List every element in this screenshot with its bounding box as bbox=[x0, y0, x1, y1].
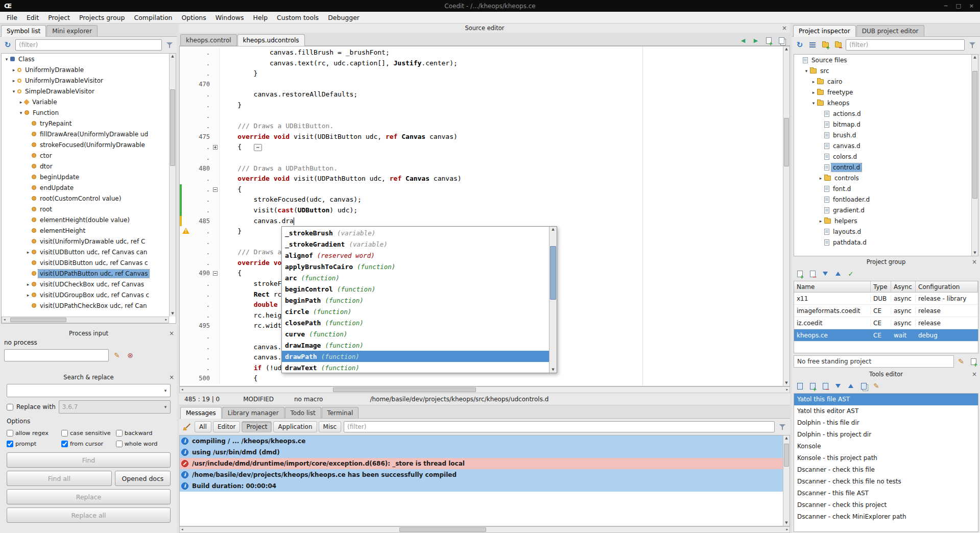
scroll-up-icon[interactable]: ▲ bbox=[171, 55, 174, 58]
gutter[interactable]: . bbox=[180, 237, 220, 248]
code-line[interactable]: 480 /// Draws a UDPathButton. bbox=[180, 163, 783, 174]
remove-tool-icon[interactable] bbox=[820, 381, 830, 391]
gutter[interactable]: . bbox=[180, 342, 220, 353]
code-line[interactable]: . } bbox=[180, 100, 783, 111]
scroll-thumb[interactable] bbox=[399, 527, 486, 532]
search-dropdown-icon[interactable]: ▾ bbox=[161, 388, 170, 393]
project-file-item[interactable]: control.d bbox=[794, 162, 971, 173]
filter-editor-button[interactable]: Editor bbox=[213, 421, 241, 432]
new-document-icon[interactable] bbox=[763, 35, 774, 45]
completion-scrollbar[interactable]: ▲ ▼ bbox=[549, 227, 557, 373]
filter-misc-button[interactable]: Misc bbox=[319, 421, 342, 432]
menu-project[interactable]: Project bbox=[43, 13, 75, 22]
symbol-tree-vscrollbar[interactable]: ▲ ▼ bbox=[169, 54, 176, 317]
symbol-tree-item[interactable]: tryRepaint bbox=[2, 118, 169, 129]
gutter[interactable]: . bbox=[180, 310, 220, 321]
message-row[interactable]: compiling / ... /kheops/kheops.ce bbox=[180, 435, 783, 447]
message-row[interactable]: using /usr/bin/dmd (dmd) bbox=[180, 447, 783, 458]
symbol-tree-item[interactable]: endUpdate bbox=[2, 182, 169, 193]
close-process-input-button[interactable]: × bbox=[169, 329, 174, 338]
project-file-item[interactable]: colors.d bbox=[794, 151, 971, 162]
move-project-up-icon[interactable] bbox=[833, 269, 843, 279]
replace-all-button[interactable]: Replace all bbox=[7, 507, 171, 523]
search-term-input[interactable] bbox=[7, 387, 161, 394]
kill-process-icon[interactable]: ⊗ bbox=[125, 350, 135, 360]
expander-icon[interactable]: ▸ bbox=[25, 250, 31, 255]
minimize-button[interactable]: ─ bbox=[944, 0, 948, 12]
expander-icon[interactable]: ▸ bbox=[11, 78, 17, 83]
project-file-item[interactable]: ▸freetype bbox=[794, 87, 971, 98]
edit-free-project-icon[interactable]: ✎ bbox=[956, 356, 966, 367]
symbol-funnel-icon[interactable] bbox=[164, 40, 175, 50]
new-tool-icon[interactable] bbox=[795, 381, 805, 391]
project-file-item[interactable]: actions.d bbox=[794, 108, 971, 119]
tool-item[interactable]: Dscanner - check MiniExplorer path bbox=[794, 511, 978, 523]
symbol-tree-item[interactable]: ▸Variable bbox=[2, 96, 169, 107]
editor-vscrollbar[interactable]: ▲ ▼ bbox=[783, 46, 790, 386]
gutter[interactable]: . bbox=[180, 142, 220, 153]
close-source-editor-button[interactable]: × bbox=[782, 23, 787, 33]
tree-view-icon[interactable] bbox=[807, 40, 818, 50]
scroll-right-icon[interactable]: ▸ bbox=[786, 528, 788, 531]
symbol-tree-item[interactable]: visit(UniformlyDrawable udc, ref C bbox=[2, 236, 169, 247]
tool-item[interactable]: Dscanner - check this file no tests bbox=[794, 476, 978, 488]
tool-item[interactable]: Dolphin - this file dir bbox=[794, 417, 978, 429]
remove-folder-icon[interactable] bbox=[833, 40, 843, 50]
code-editor[interactable]: . canvas.fillBrush = _brushFont;. canvas… bbox=[179, 46, 790, 386]
option-prompt[interactable]: prompt bbox=[7, 439, 61, 449]
tool-item[interactable]: Dscanner - check this file bbox=[794, 464, 978, 476]
expander-icon[interactable]: ▸ bbox=[818, 219, 824, 224]
symbol-tree-item[interactable]: ▾Class bbox=[2, 54, 169, 64]
message-row[interactable]: Build duration: 00:00:04 bbox=[180, 480, 783, 492]
project-file-item[interactable]: Source files bbox=[794, 55, 971, 65]
completion-item[interactable]: alignof(reserved word) bbox=[282, 250, 549, 261]
scroll-thumb[interactable] bbox=[784, 118, 789, 166]
project-row[interactable]: kheops.ceCEwaitdebug bbox=[794, 329, 978, 342]
symbol-filter-input[interactable] bbox=[15, 39, 162, 51]
option-allow-regex[interactable]: allow regex bbox=[7, 428, 61, 439]
scroll-thumb[interactable] bbox=[972, 71, 977, 199]
scroll-up-icon[interactable]: ▲ bbox=[785, 437, 787, 440]
remove-project-icon[interactable] bbox=[807, 269, 818, 279]
code-line[interactable]: 475 override void visit(UDBitButton udc,… bbox=[180, 132, 783, 142]
gutter[interactable]: . bbox=[180, 100, 220, 111]
symbol-tree-item[interactable]: visit(UDPathButton udc, ref Canvas bbox=[2, 268, 169, 279]
scroll-thumb[interactable] bbox=[10, 318, 66, 322]
editor-tab-kheops-control[interactable]: kheops.control bbox=[180, 34, 237, 45]
refresh-symbols-icon[interactable]: ↻ bbox=[3, 40, 13, 50]
code-line[interactable]: 485 canvas.dra bbox=[180, 216, 783, 227]
process-input-field[interactable] bbox=[4, 349, 109, 361]
gutter[interactable]: . bbox=[180, 352, 220, 363]
gutter[interactable]: . bbox=[180, 47, 220, 58]
symbol-tree-item[interactable]: elementHeight(double value) bbox=[2, 214, 169, 225]
gutter[interactable]: . bbox=[180, 205, 220, 216]
tool-item[interactable]: Dscanner - check this project bbox=[794, 499, 978, 511]
opened-docs-button[interactable]: Opened docs bbox=[115, 471, 171, 486]
close-search-button[interactable]: × bbox=[169, 373, 174, 382]
code-line[interactable]: . { bbox=[180, 184, 783, 195]
project-file-item[interactable]: layouts.d bbox=[794, 226, 971, 237]
project-file-item[interactable]: canvas.d bbox=[794, 140, 971, 151]
scroll-down-icon[interactable]: ▼ bbox=[785, 521, 787, 525]
expander-icon[interactable]: ▸ bbox=[818, 176, 824, 181]
messages-funnel-icon[interactable] bbox=[777, 422, 787, 432]
column-header-async[interactable]: Async bbox=[891, 281, 916, 292]
symbol-tree-hscrollbar[interactable]: ◂ ▸ bbox=[2, 317, 169, 323]
scroll-down-icon[interactable]: ▼ bbox=[785, 381, 787, 385]
symbol-tree-item[interactable]: ▾Function bbox=[2, 107, 169, 118]
messages-tab-terminal[interactable]: Terminal bbox=[322, 407, 359, 418]
symbol-tree-item[interactable]: ▸UniformlyDrawableVisitor bbox=[2, 75, 169, 86]
option-case-sensitive[interactable]: case sensitive bbox=[61, 428, 116, 439]
menu-compilation[interactable]: Compilation bbox=[129, 13, 177, 22]
column-header-type[interactable]: Type bbox=[871, 281, 891, 292]
replace-button[interactable]: Replace bbox=[7, 489, 171, 504]
scroll-right-icon[interactable]: ▸ bbox=[786, 388, 788, 392]
symbol-tree-item[interactable]: visit(UDBitButton udc, ref Canvas c bbox=[2, 257, 169, 268]
completion-item[interactable]: drawText(function) bbox=[282, 362, 549, 373]
close-project-group-button[interactable]: × bbox=[972, 257, 977, 266]
fold-toggle-icon[interactable] bbox=[213, 187, 218, 192]
gutter[interactable]: 480 bbox=[180, 163, 220, 174]
completion-item[interactable]: beginControl(function) bbox=[282, 283, 549, 295]
editor-tab-kheops-udcontrols[interactable]: kheops.udcontrols bbox=[237, 34, 305, 46]
move-tool-down-icon[interactable] bbox=[833, 381, 843, 391]
